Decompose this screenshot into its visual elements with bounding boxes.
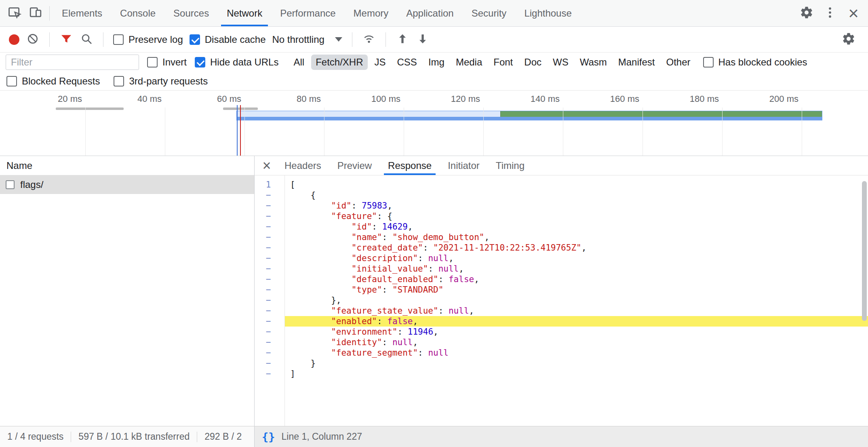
code-line[interactable]: − "feature_state_value": null, [255,306,868,316]
invert-toggle[interactable]: Invert [147,57,187,68]
gutter-marker[interactable]: − [255,327,284,337]
code-line[interactable]: − "name": "show_demo_button", [255,232,868,242]
device-toolbar-button[interactable] [25,3,46,24]
third-party-requests-toggle[interactable]: 3rd-party requests [114,76,208,87]
gutter-marker[interactable]: − [255,221,284,232]
tab-network[interactable]: Network [218,0,271,26]
search-button[interactable] [80,33,93,46]
code-line[interactable]: − "type": "STANDARD" [255,285,868,295]
preserve-log-checkbox[interactable] [113,34,124,45]
filter-type-doc[interactable]: Doc [520,55,546,70]
filter-type-all[interactable]: All [289,55,309,70]
code-line[interactable]: 1[ [255,179,868,190]
tab-console[interactable]: Console [111,0,164,26]
network-settings-button[interactable] [838,29,859,50]
code-line[interactable]: − } [255,358,868,369]
code-line[interactable]: −] [255,369,868,379]
code-line[interactable]: − "id": 75983, [255,200,868,211]
invert-checkbox[interactable] [147,57,158,67]
tab-application[interactable]: Application [397,0,462,26]
code-line[interactable]: − "identity": null, [255,337,868,348]
gutter-marker[interactable]: − [255,274,284,285]
blocked-requests-checkbox[interactable] [6,76,17,86]
code-line[interactable]: − "feature_segment": null [255,348,868,358]
gutter-marker[interactable]: − [255,232,284,242]
gutter-marker[interactable]: − [255,295,284,306]
clear-button[interactable] [26,33,40,46]
tab-lighthouse[interactable]: Lighthouse [515,0,580,26]
code-line[interactable]: − "default_enabled": false, [255,274,868,285]
code-line[interactable]: − "initial_value": null, [255,264,868,274]
detail-tab-headers[interactable]: Headers [276,156,329,175]
export-har-button[interactable] [416,33,430,46]
gutter-marker[interactable]: − [255,253,284,264]
inspect-element-button[interactable] [4,3,25,24]
settings-button[interactable] [796,3,817,24]
has-blocked-cookies-checkbox[interactable] [703,57,714,67]
network-conditions-button[interactable] [362,33,376,46]
close-details-button[interactable]: × [257,157,276,175]
code-line[interactable]: − "feature": { [255,211,868,221]
preserve-log-toggle[interactable]: Preserve log [113,34,183,45]
has-blocked-cookies-toggle[interactable]: Has blocked cookies [703,57,807,68]
filter-type-ws[interactable]: WS [548,55,573,70]
response-viewer[interactable]: 1[− {− "id": 75983,− "feature": {− "id":… [255,175,868,426]
filter-type-manifest[interactable]: Manifest [614,55,659,70]
gutter-marker[interactable]: − [255,348,284,358]
more-options-button[interactable] [820,3,841,24]
filter-type-wasm[interactable]: Wasm [575,55,611,70]
tab-performance[interactable]: Performance [271,0,344,26]
filter-type-media[interactable]: Media [451,55,487,70]
tab-memory[interactable]: Memory [345,0,398,26]
code-line[interactable]: − "description": null, [255,253,868,264]
code-line[interactable]: − { [255,190,868,200]
close-devtools-button[interactable]: × [843,3,864,24]
filter-type-font[interactable]: Font [489,55,517,70]
filter-input[interactable] [6,55,139,70]
third-party-requests-checkbox[interactable] [114,76,124,86]
detail-tab-timing[interactable]: Timing [488,156,533,175]
filter-type-css[interactable]: CSS [393,55,421,70]
detail-tab-initiator[interactable]: Initiator [440,156,488,175]
filter-toggle-button[interactable] [59,33,73,46]
tab-security[interactable]: Security [463,0,516,26]
filter-type-fetch-xhr[interactable]: Fetch/XHR [311,55,367,70]
pretty-print-braces-icon[interactable]: {} [262,430,275,443]
gutter-marker[interactable]: − [255,306,284,316]
gutter-marker[interactable]: 1 [255,179,284,190]
disable-cache-toggle[interactable]: Disable cache [190,34,266,45]
detail-tab-preview[interactable]: Preview [329,156,380,175]
network-overview-timeline[interactable]: 20 ms40 ms60 ms80 ms100 ms120 ms140 ms16… [0,91,868,156]
code-line[interactable]: − "created_date": "2021-11-12T10:22:53.4… [255,242,868,253]
code-line[interactable]: − "enabled": false, [255,316,868,327]
gutter-marker[interactable]: − [255,190,284,200]
import-har-button[interactable] [396,33,409,46]
detail-tab-response[interactable]: Response [380,156,440,175]
gutter-marker[interactable]: − [255,316,284,327]
name-column-header[interactable]: Name [0,156,254,175]
gutter-marker[interactable]: − [255,200,284,211]
gutter-marker[interactable]: − [255,358,284,369]
gutter-marker[interactable]: − [255,285,284,295]
throttling-select[interactable]: No throttling [272,34,342,45]
filter-type-img[interactable]: Img [424,55,449,70]
request-row[interactable]: flags/ [0,175,254,194]
code-line[interactable]: − "environment": 11946, [255,327,868,337]
gutter-marker[interactable]: − [255,242,284,253]
blocked-requests-toggle[interactable]: Blocked Requests [6,76,100,87]
filter-type-other[interactable]: Other [662,55,695,70]
gutter-marker[interactable]: − [255,369,284,379]
code-line[interactable]: − "id": 14629, [255,221,868,232]
hide-data-urls-checkbox[interactable] [195,57,205,67]
record-button[interactable] [9,34,19,45]
code-line[interactable]: − }, [255,295,868,306]
gutter-marker[interactable]: − [255,264,284,274]
request-checkbox[interactable] [6,180,15,189]
tab-sources[interactable]: Sources [164,0,218,26]
hide-data-urls-toggle[interactable]: Hide data URLs [195,57,278,68]
disable-cache-checkbox[interactable] [190,34,200,45]
gutter-marker[interactable]: − [255,211,284,221]
vertical-scrollbar[interactable] [862,181,867,321]
gutter-marker[interactable]: − [255,337,284,348]
filter-type-js[interactable]: JS [370,55,390,70]
